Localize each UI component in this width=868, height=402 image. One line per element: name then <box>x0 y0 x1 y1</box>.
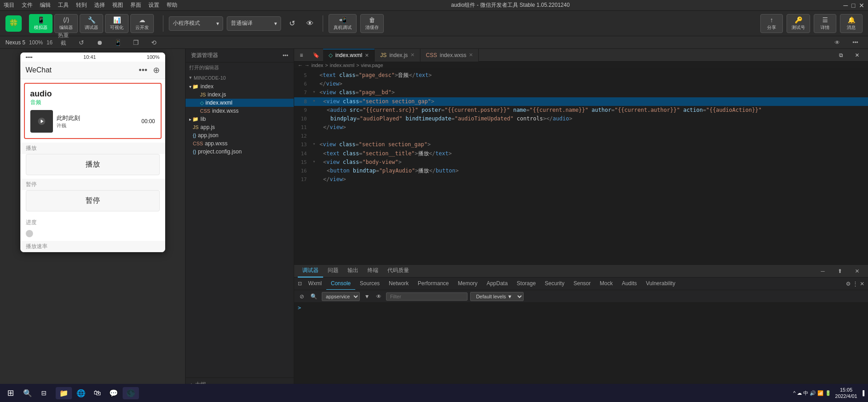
console-tab-sensor[interactable]: Sensor <box>569 278 595 290</box>
menu-help[interactable]: 帮助 <box>167 1 177 9</box>
console-tab-audits[interactable]: Audits <box>617 278 641 290</box>
share-button[interactable]: ↑ 分享 <box>760 14 783 33</box>
devtools-expand-icon[interactable]: ⬆ <box>833 264 847 278</box>
tree-item-index-wxss[interactable]: CSS index.wxss <box>186 107 294 115</box>
levels-dropdown[interactable]: Default levels ▼ <box>470 292 524 301</box>
console-tab-wxml[interactable]: Wxml <box>304 278 326 290</box>
console-tab-security[interactable]: Security <box>540 278 569 290</box>
devtools-tab-output[interactable]: 输出 <box>343 265 363 278</box>
service-dropdown[interactable]: appservice <box>322 292 360 301</box>
console-tab-sources[interactable]: Sources <box>355 278 384 290</box>
tree-item-index-wxml[interactable]: ◇ index.wxml <box>186 99 294 107</box>
tree-item-app-wxss[interactable]: CSS app.wxss <box>186 139 294 148</box>
taskbar-store[interactable]: 🛍 <box>90 387 105 399</box>
project-section[interactable]: ▾ MINICODE-10 <box>186 73 294 82</box>
refresh-button[interactable]: ↺ <box>285 16 299 31</box>
file-panel-more-icon[interactable]: ••• <box>282 53 288 59</box>
editor-tabs-menu-icon[interactable]: ≡ <box>294 49 309 62</box>
console-visibility-icon[interactable]: 👁 <box>374 292 383 301</box>
taskbar-search-button[interactable]: 🔍 <box>19 387 36 399</box>
clear-cache-button[interactable]: 🗑 清缓存 <box>360 14 384 33</box>
tree-item-index-folder[interactable]: ▾ 📁 index <box>186 82 294 91</box>
tab-index-wxml[interactable]: ◇ index.wxml ✕ <box>323 49 375 62</box>
taskbar-show-desktop[interactable]: ▐ <box>861 390 864 396</box>
open-editors-section[interactable]: 打开的编辑器 <box>186 62 294 73</box>
devtools-minimize-icon[interactable]: ─ <box>816 264 830 278</box>
breadcrumb-nav-forward[interactable]: → <box>305 62 310 68</box>
tree-item-lib-folder[interactable]: ▸ 📁 lib <box>186 115 294 123</box>
minimize-icon[interactable]: ─ <box>844 2 848 9</box>
editor-bookmark-icon[interactable]: 🔖 <box>309 49 323 62</box>
hotspot-button[interactable]: 热重截 ▼ <box>56 35 71 50</box>
menu-select[interactable]: 选择 <box>94 1 105 9</box>
close-icon[interactable]: ✕ <box>859 2 864 9</box>
eye-view-button[interactable]: 👁 <box>830 35 844 50</box>
devtools-close-icon[interactable]: ✕ <box>850 264 864 278</box>
tree-item-project-config[interactable]: {} project.config.json <box>186 148 294 156</box>
taskbar-file-explorer[interactable]: 📁 <box>56 387 72 399</box>
close-editor-icon[interactable]: ✕ <box>850 49 864 62</box>
menu-edit[interactable]: 编辑 <box>40 1 51 9</box>
wxss-tab-close[interactable]: ✕ <box>469 52 473 58</box>
taskbar-widgets-button[interactable]: ⊟ <box>38 388 50 398</box>
device-refresh-button[interactable]: ↺ <box>74 35 89 50</box>
console-tab-memory[interactable]: Memory <box>453 278 482 290</box>
cloud-button[interactable]: ☁ 云开发 <box>130 14 154 33</box>
menu-project[interactable]: 项目 <box>4 1 14 9</box>
console-eye-icon[interactable]: ▼ <box>362 292 372 301</box>
real-debug-button[interactable]: 📲 真机调试 <box>329 14 357 33</box>
tree-item-app-json[interactable]: {} app.json <box>186 131 294 139</box>
code-editor[interactable]: 5 <text class="page_desc">音频</text> 6 </… <box>294 69 868 264</box>
console-more-icon[interactable]: ⋮ <box>853 281 858 287</box>
mode-dropdown[interactable]: 小程序模式 ▾ <box>169 16 223 31</box>
taskbar-start-button[interactable]: ⊞ <box>4 386 18 400</box>
phone-action-icon[interactable]: ⊕ <box>153 65 160 75</box>
simulator-button[interactable]: 📱 模拟器 <box>29 14 52 33</box>
rotate-button[interactable]: ⟲ <box>147 35 161 50</box>
compile-dropdown[interactable]: 普通编译 ▾ <box>227 16 281 31</box>
menu-file[interactable]: 文件 <box>22 1 33 9</box>
notification-button[interactable]: 🔔 消息 <box>840 14 863 33</box>
devtools-tab-codequality[interactable]: 代码质量 <box>383 265 414 278</box>
copy-view-button[interactable]: ❐ <box>129 35 143 50</box>
editor-button[interactable]: ⟨/⟩ 编辑器 <box>54 14 78 33</box>
devtools-tab-terminal[interactable]: 终端 <box>363 265 383 278</box>
phone-more-icon[interactable]: ••• <box>139 66 148 75</box>
menu-settings[interactable]: 设置 <box>148 1 159 9</box>
tab-index-wxss[interactable]: CSS index.wxss ✕ <box>420 49 479 62</box>
js-tab-close[interactable]: ✕ <box>410 52 415 58</box>
wxml-tab-close[interactable]: ✕ <box>365 53 369 58</box>
more-button[interactable]: ••• <box>848 35 863 50</box>
phone-view-button[interactable]: 📱 <box>110 35 125 50</box>
menu-goto[interactable]: 转到 <box>76 1 87 9</box>
details-button[interactable]: ☰ 详情 <box>814 14 836 33</box>
console-block-icon[interactable]: ⊘ <box>298 292 306 301</box>
console-tab-vulnerability[interactable]: Vulnerability <box>641 278 680 290</box>
console-filter-input[interactable] <box>386 292 467 301</box>
tree-item-app-js[interactable]: JS app.js <box>186 123 294 131</box>
menu-view[interactable]: 视图 <box>112 1 123 9</box>
console-tab-appdata[interactable]: AppData <box>482 278 512 290</box>
pause-button[interactable]: 暂停 <box>26 190 160 211</box>
record-button[interactable]: ⏺ <box>92 35 107 50</box>
taskbar-chat[interactable]: 💬 <box>105 387 122 399</box>
menu-interface[interactable]: 界面 <box>130 1 141 9</box>
split-editor-icon[interactable]: ⧉ <box>834 49 848 62</box>
console-settings-icon[interactable]: ⚙ <box>846 281 851 287</box>
console-tab-storage[interactable]: Storage <box>512 278 540 290</box>
preview-button[interactable]: 👁 <box>303 16 317 31</box>
console-tab-performance[interactable]: Performance <box>413 278 453 290</box>
console-tab-network[interactable]: Network <box>384 278 413 290</box>
debugger-button[interactable]: 🔧 调试器 <box>80 14 103 33</box>
tab-index-js[interactable]: JS index.js ✕ <box>375 49 420 62</box>
progress-slider[interactable] <box>26 230 33 237</box>
console-filter-icon[interactable]: 🔍 <box>309 292 319 301</box>
taskbar-edge-browser[interactable]: 🌐 <box>73 387 89 399</box>
console-tab-console[interactable]: Console <box>326 278 355 290</box>
console-tab-mock[interactable]: Mock <box>595 278 617 290</box>
visualize-button[interactable]: 📊 可视化 <box>105 14 129 33</box>
play-button[interactable]: 播放 <box>26 154 160 175</box>
console-elements-icon[interactable]: ⊡ <box>296 278 304 290</box>
console-close-icon[interactable]: ✕ <box>860 281 864 287</box>
devtools-tab-problems[interactable]: 问题 <box>323 265 343 278</box>
